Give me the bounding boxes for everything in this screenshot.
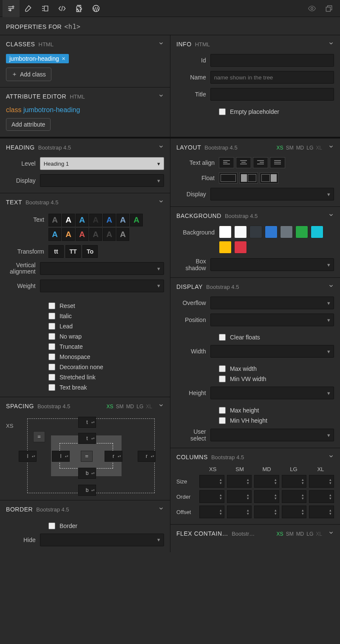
bg-swatch[interactable] <box>219 241 232 254</box>
valign-select[interactable]: ▾ <box>40 262 164 275</box>
text-collapse[interactable] <box>158 198 164 206</box>
float-left-button[interactable] <box>239 172 258 184</box>
column-stepper[interactable]: ▴▾ <box>282 506 307 518</box>
align-justify-button[interactable] <box>270 157 285 168</box>
text-color-swatch[interactable]: A <box>62 214 75 226</box>
column-stepper[interactable]: ▴▾ <box>227 475 252 488</box>
text-color-swatch[interactable]: A <box>76 214 88 226</box>
brush-tab[interactable] <box>20 0 37 17</box>
text-color-swatch[interactable]: A <box>89 228 102 241</box>
breakpoint-xl[interactable]: XL <box>316 145 322 151</box>
text-color-swatch[interactable]: A <box>103 214 116 226</box>
breakpoint-sm[interactable]: SM <box>116 404 124 410</box>
text-option-checkbox[interactable]: Decoration none <box>48 364 103 370</box>
bg-swatch[interactable] <box>234 241 247 254</box>
bg-swatch[interactable] <box>295 226 308 238</box>
column-stepper[interactable]: ▴▾ <box>254 506 279 518</box>
padding-lock-button[interactable]: = <box>81 451 93 462</box>
text-color-swatch[interactable]: A <box>103 228 116 241</box>
text-color-swatch[interactable]: A <box>130 214 143 226</box>
weight-select[interactable]: ▾ <box>40 280 164 292</box>
columns-collapse[interactable] <box>328 453 334 460</box>
class-chip[interactable]: jumbotron-heading ✕ <box>6 54 69 63</box>
bg-swatch[interactable] <box>280 226 293 238</box>
layout-collapse[interactable] <box>328 144 334 151</box>
align-center-button[interactable] <box>236 157 251 168</box>
text-option-checkbox[interactable]: Text break <box>48 384 103 391</box>
column-stepper[interactable]: ▴▾ <box>227 506 252 518</box>
attreditor-collapse[interactable] <box>158 93 164 100</box>
breakpoint-md[interactable]: MD <box>126 404 134 410</box>
breakpoint-md[interactable]: MD <box>296 531 304 537</box>
add-class-button[interactable]: ＋ Add class <box>6 68 51 81</box>
display-collapse[interactable] <box>328 283 334 290</box>
text-option-checkbox[interactable]: Monospace <box>48 353 103 360</box>
breakpoint-lg[interactable]: LG <box>136 404 143 410</box>
width-select[interactable]: ▾ <box>210 345 334 358</box>
border-collapse[interactable] <box>158 506 164 513</box>
breakpoint-xs[interactable]: XS <box>277 145 283 151</box>
overflow-select[interactable]: ▾ <box>210 297 334 309</box>
margin-bottom-stepper[interactable]: b▴▾ <box>78 485 96 496</box>
margin-right-stepper[interactable]: r▴▾ <box>138 451 156 462</box>
border-checkbox[interactable]: Border <box>48 523 77 529</box>
id-field[interactable] <box>210 54 334 67</box>
column-stepper[interactable]: ▴▾ <box>309 490 334 503</box>
text-color-swatch[interactable]: A <box>116 228 129 241</box>
bg-swatch[interactable] <box>249 226 262 238</box>
classes-collapse[interactable] <box>158 40 164 48</box>
margin-left-stepper[interactable]: l▴▾ <box>19 451 37 462</box>
background-collapse[interactable] <box>328 212 334 219</box>
padding-left-stepper[interactable]: l▴▾ <box>52 451 70 462</box>
transform-button[interactable]: TT <box>65 245 81 258</box>
spacing-collapse[interactable] <box>158 402 164 410</box>
column-stepper[interactable]: ▴▾ <box>199 490 224 503</box>
minvh-checkbox[interactable]: Min VH height <box>219 417 334 424</box>
usel-select[interactable]: ▾ <box>210 429 334 441</box>
breakpoint-lg[interactable]: LG <box>306 531 313 537</box>
transform-button[interactable]: To <box>82 245 98 258</box>
clear-floats-checkbox[interactable]: Clear floats <box>219 334 260 341</box>
name-field[interactable] <box>210 71 334 84</box>
shadow-select[interactable]: ▾ <box>210 258 334 271</box>
text-option-checkbox[interactable]: Stretched link <box>48 374 103 381</box>
breakpoint-sm[interactable]: SM <box>286 531 294 537</box>
float-none-button[interactable] <box>219 172 238 184</box>
column-stepper[interactable]: ▴▾ <box>282 490 307 503</box>
plugin-tab[interactable] <box>71 0 88 17</box>
text-option-checkbox[interactable]: Italic <box>48 313 103 319</box>
code-tab[interactable] <box>54 0 71 17</box>
transform-button[interactable]: tt <box>48 245 64 258</box>
breakpoint-lg[interactable]: LG <box>306 145 313 151</box>
heading-display-select[interactable]: ▾ <box>40 174 164 187</box>
column-stepper[interactable]: ▴▾ <box>199 506 224 518</box>
text-option-checkbox[interactable]: Reset <box>48 302 103 309</box>
breakpoint-md[interactable]: MD <box>296 145 304 151</box>
float-right-button[interactable] <box>260 172 278 184</box>
padding-bottom-stepper[interactable]: b▴▾ <box>78 468 96 479</box>
text-color-swatch[interactable]: A <box>62 228 75 241</box>
text-option-checkbox[interactable]: Truncate <box>48 343 103 350</box>
properties-tab[interactable] <box>3 0 20 17</box>
bg-swatch[interactable] <box>265 226 278 238</box>
column-stepper[interactable]: ▴▾ <box>227 490 252 503</box>
list-tab[interactable] <box>37 0 54 17</box>
bg-swatch[interactable] <box>311 226 323 238</box>
bg-swatch[interactable] <box>234 226 247 238</box>
breakpoint-xl[interactable]: XL <box>316 531 322 537</box>
column-stepper[interactable]: ▴▾ <box>309 506 334 518</box>
text-color-swatch[interactable]: A <box>76 228 88 241</box>
add-attribute-button[interactable]: Add attribute <box>6 118 51 131</box>
flex-collapse[interactable] <box>328 530 334 537</box>
text-color-swatch[interactable]: A <box>116 214 129 226</box>
hide-select[interactable]: ▾ <box>40 534 164 546</box>
maxw-checkbox[interactable]: Max width <box>219 365 334 372</box>
text-color-swatch[interactable]: A <box>48 214 61 226</box>
breakpoint-xl[interactable]: XL <box>146 404 152 410</box>
column-stepper[interactable]: ▴▾ <box>199 475 224 488</box>
breakpoint-sm[interactable]: SM <box>286 145 294 151</box>
remove-class-icon[interactable]: ✕ <box>62 56 65 62</box>
info-collapse[interactable] <box>328 40 334 48</box>
margin-lock-button[interactable]: = <box>33 431 45 442</box>
align-right-button[interactable] <box>253 157 268 168</box>
